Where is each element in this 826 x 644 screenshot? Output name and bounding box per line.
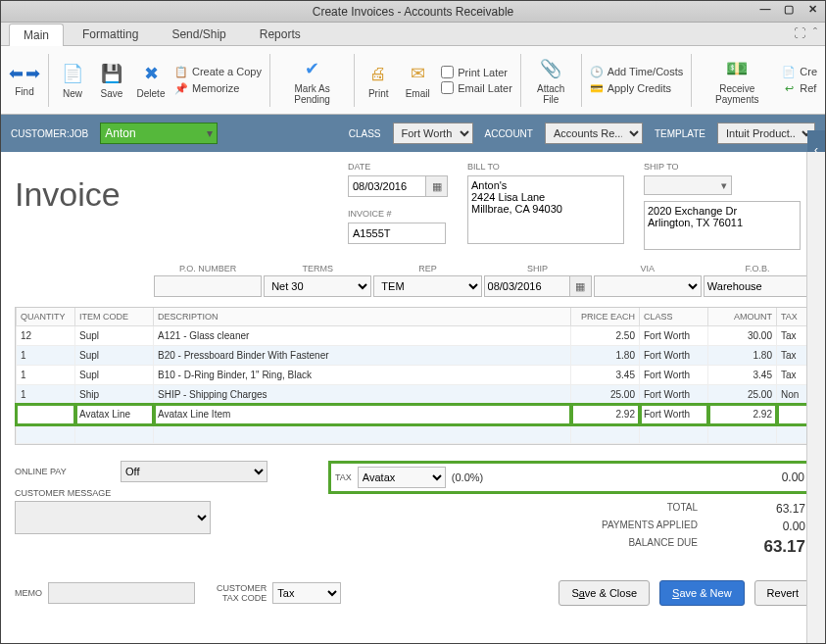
- total-label: TOTAL: [334, 502, 727, 516]
- attach-file-button[interactable]: 📎Attach File: [525, 54, 577, 107]
- balance-value: 63.17: [727, 537, 805, 557]
- create-batch-button[interactable]: 📄Cre: [782, 65, 817, 78]
- col-amount: AMOUNT: [708, 308, 777, 326]
- save-close-button[interactable]: Save & Close: [559, 580, 650, 606]
- mark-pending-button[interactable]: ✔Mark As Pending: [274, 54, 350, 107]
- memo-label: MEMO: [15, 588, 42, 598]
- calendar-icon[interactable]: ▦: [426, 175, 448, 197]
- receive-payments-button[interactable]: 💵Receive Payments: [696, 54, 778, 107]
- memo-input[interactable]: [48, 582, 195, 604]
- close-icon[interactable]: ✕: [803, 3, 821, 19]
- apply-credits-button[interactable]: 💳Apply Credits: [590, 81, 684, 95]
- tab-reports[interactable]: Reports: [245, 23, 316, 45]
- table-row[interactable]: 1SuplB20 - Pressboard Binder With Fasten…: [17, 346, 810, 366]
- email-button[interactable]: ✉Email: [398, 59, 437, 101]
- customerjob-select[interactable]: Anton▾: [100, 123, 218, 144]
- tax-row: TAX Avatax (0.0%) 0.00: [328, 461, 811, 494]
- shipto-select[interactable]: ▾: [644, 175, 732, 195]
- table-row[interactable]: Avatax LineAvatax Line Item2.92Fort Wort…: [17, 405, 810, 424]
- rep-select[interactable]: TEM: [373, 275, 481, 297]
- chevron-up-icon[interactable]: ˆ: [813, 26, 817, 40]
- via-label: VIA: [594, 264, 702, 273]
- class-label: CLASS: [349, 128, 381, 139]
- print-button[interactable]: 🖨Print: [359, 59, 398, 101]
- create-copy-button[interactable]: 📋Create a Copy: [174, 65, 262, 78]
- date-input[interactable]: [348, 175, 426, 197]
- arrow-right-icon[interactable]: ➡: [25, 63, 40, 84]
- tax-amount: 0.00: [782, 471, 804, 484]
- tax-percent: (0.0%): [452, 471, 483, 483]
- arrow-left-icon[interactable]: ⬅: [9, 63, 24, 84]
- col-class: CLASS: [640, 308, 708, 326]
- date-label: DATE: [348, 162, 448, 172]
- table-row[interactable]: 12SuplA121 - Glass cleaner2.50Fort Worth…: [17, 326, 810, 346]
- customermessage-label: CUSTOMER MESSAGE: [15, 488, 113, 498]
- tab-main[interactable]: Main: [9, 24, 64, 46]
- save-new-button[interactable]: Save & New: [659, 580, 745, 606]
- add-time-costs-button[interactable]: 🕒Add Time/Costs: [590, 65, 684, 78]
- custtaxcode-select[interactable]: Tax: [272, 582, 341, 604]
- template-label: TEMPLATE: [655, 128, 705, 139]
- table-row-blank[interactable]: [17, 424, 810, 444]
- account-label: ACCOUNT: [485, 128, 533, 139]
- ship-label: SHIP: [484, 264, 592, 273]
- titlebar: Create Invoices - Accounts Receivable — …: [1, 1, 825, 23]
- col-price: PRICE EACH: [571, 308, 640, 326]
- template-select[interactable]: Intuit Product...: [717, 123, 815, 144]
- ship-input[interactable]: [484, 275, 570, 297]
- via-select[interactable]: [594, 275, 702, 297]
- tax-label: TAX: [335, 472, 352, 482]
- billto-address[interactable]: [467, 175, 624, 244]
- terms-select[interactable]: Net 30: [264, 275, 371, 297]
- tax-item-select[interactable]: Avatax: [358, 467, 446, 488]
- col-tax: TAX: [777, 308, 810, 326]
- maximize-icon[interactable]: ▢: [780, 3, 798, 19]
- refund-button[interactable]: ↩Ref: [782, 81, 817, 95]
- line-items-table[interactable]: QUANTITY ITEM CODE DESCRIPTION PRICE EAC…: [15, 307, 811, 445]
- payments-label: PAYMENTS APPLIED: [334, 520, 727, 533]
- fob-input[interactable]: [704, 275, 811, 297]
- revert-button[interactable]: Revert: [754, 580, 811, 606]
- customermessage-select[interactable]: [15, 501, 211, 534]
- email-later-checkbox[interactable]: Email Later: [441, 81, 512, 94]
- new-button[interactable]: 📄New: [53, 59, 92, 101]
- memorize-button[interactable]: 📌Memorize: [174, 81, 262, 95]
- po-input[interactable]: [154, 275, 262, 297]
- window-title: Create Invoices - Accounts Receivable: [313, 5, 513, 19]
- calendar-icon[interactable]: ▦: [570, 275, 592, 297]
- print-later-checkbox[interactable]: Print Later: [441, 66, 512, 78]
- balance-label: BALANCE DUE: [334, 537, 727, 557]
- find-button[interactable]: ⬅➡ Find: [5, 61, 44, 99]
- col-description: DESCRIPTION: [154, 308, 571, 326]
- table-row[interactable]: 1ShipSHIP - Shipping Charges25.00Fort Wo…: [17, 385, 810, 405]
- col-item: ITEM CODE: [75, 308, 154, 326]
- custtaxcode-label: CUSTOMERTAX CODE: [217, 583, 267, 603]
- terms-label: TERMS: [264, 264, 371, 273]
- invoice-number-input[interactable]: [348, 223, 446, 244]
- onlinepay-label: ONLINE PAY: [15, 467, 113, 476]
- fob-label: F.O.B.: [704, 264, 811, 273]
- account-select[interactable]: Accounts Re...: [545, 123, 643, 144]
- total-value: 63.17: [727, 502, 805, 516]
- invoice-number-label: INVOICE #: [348, 209, 448, 219]
- class-select[interactable]: Fort Worth: [393, 123, 473, 144]
- po-label: P.O. NUMBER: [154, 264, 262, 273]
- tab-sendship[interactable]: Send/Ship: [157, 23, 240, 45]
- payments-value: 0.00: [727, 520, 805, 533]
- delete-button[interactable]: ✖Delete: [131, 59, 170, 101]
- billto-label: BILL TO: [467, 162, 624, 172]
- tabs-row: Main Formatting Send/Ship Reports ⛶ ˆ: [1, 23, 825, 46]
- table-row[interactable]: 1SuplB10 - D-Ring Binder, 1" Ring, Black…: [17, 366, 810, 385]
- context-bar: CUSTOMER:JOB Anton▾ CLASS Fort Worth ACC…: [1, 115, 825, 152]
- rep-label: REP: [373, 264, 481, 273]
- toolbar-ribbon: ⬅➡ Find 📄New 💾Save ✖Delete 📋Create a Cop…: [1, 46, 825, 115]
- onlinepay-select[interactable]: Off: [121, 461, 267, 482]
- expand-icon[interactable]: ⛶: [794, 26, 805, 40]
- page-title: Invoice: [15, 162, 328, 250]
- customerjob-label: CUSTOMER:JOB: [11, 128, 88, 139]
- col-quantity: QUANTITY: [17, 308, 75, 326]
- shipto-address[interactable]: [644, 201, 801, 250]
- tab-formatting[interactable]: Formatting: [68, 23, 153, 45]
- minimize-icon[interactable]: —: [756, 3, 774, 19]
- save-button[interactable]: 💾Save: [92, 59, 131, 101]
